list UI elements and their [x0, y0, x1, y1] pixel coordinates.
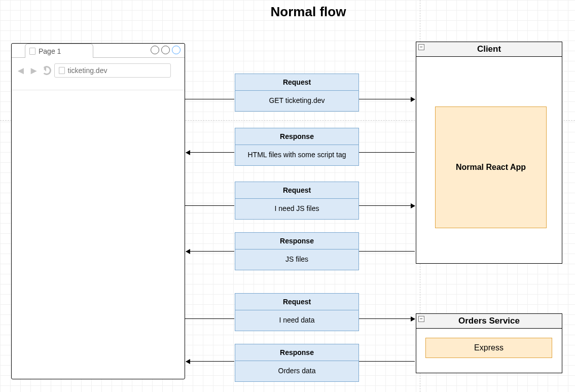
msg-response-orders: Response Orders data: [235, 344, 359, 382]
arrow: [186, 251, 234, 252]
forward-icon[interactable]: ►: [29, 65, 39, 76]
arrow: [359, 152, 415, 153]
arrow: [185, 318, 234, 319]
msg-request-get: Request GET ticketing.dev: [235, 74, 359, 112]
page-icon: [29, 48, 35, 55]
browser-toolbar: ◄ ► ticketing.dev: [16, 63, 181, 78]
tab-label: Page 1: [39, 47, 61, 55]
arrow: [185, 99, 234, 99]
arrow: [185, 205, 234, 206]
url-text: ticketing.dev: [68, 66, 107, 75]
express-box: Express: [425, 338, 552, 358]
client-panel-title: − Client: [416, 42, 562, 57]
back-icon[interactable]: ◄: [16, 65, 26, 76]
diagram-title: Normal flow: [237, 4, 379, 20]
page-icon: [59, 67, 65, 74]
arrow: [186, 152, 234, 153]
arrow: [186, 361, 234, 362]
msg-response-jsfiles: Response JS files: [235, 232, 359, 270]
reload-icon[interactable]: [42, 66, 51, 75]
arrow: [359, 205, 415, 206]
arrow: [359, 251, 415, 252]
window-control-3-icon[interactable]: [172, 46, 181, 54]
msg-request-js: Request I need JS files: [235, 182, 359, 220]
collapse-icon[interactable]: −: [418, 44, 424, 50]
orders-panel: − Orders Service Express: [416, 313, 562, 373]
client-panel: − Client Normal React App: [416, 42, 562, 264]
arrow: [359, 99, 415, 99]
window-control-1-icon[interactable]: [151, 46, 159, 54]
address-bar[interactable]: ticketing.dev: [54, 63, 171, 78]
window-controls: [151, 46, 181, 54]
browser-tab[interactable]: Page 1: [25, 44, 93, 58]
msg-response-html: Response HTML files with some script tag: [235, 128, 359, 166]
msg-request-data: Request I need data: [235, 293, 359, 331]
browser-window: Page 1 ◄ ► ticketing.dev: [11, 43, 185, 379]
browser-chrome: Page 1 ◄ ► ticketing.dev: [12, 44, 185, 90]
arrow: [359, 318, 415, 319]
react-app-box: Normal React App: [435, 106, 547, 228]
orders-panel-title: − Orders Service: [416, 314, 562, 329]
window-control-2-icon[interactable]: [161, 46, 170, 54]
arrow: [359, 361, 415, 362]
collapse-icon[interactable]: −: [418, 316, 424, 322]
